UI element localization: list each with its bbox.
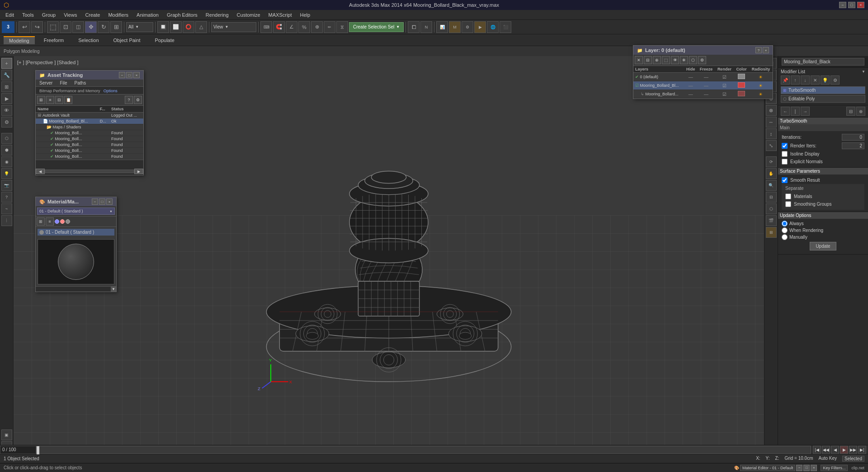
- object-name-input[interactable]: [782, 58, 864, 66]
- rotate-button[interactable]: ↻: [98, 21, 109, 33]
- menu-rendering[interactable]: Rendering: [202, 11, 232, 19]
- filter-dropdown[interactable]: All▼: [126, 22, 153, 32]
- col-color[interactable]: Color: [734, 66, 749, 73]
- left-icon-standard-prims[interactable]: ⬡: [1, 133, 12, 144]
- layer-tool-add[interactable]: ⊕: [653, 56, 661, 64]
- update-button[interactable]: Update: [810, 242, 836, 250]
- asset-panel-close[interactable]: ×: [133, 72, 140, 78]
- menu-help[interactable]: Help: [297, 11, 314, 19]
- asset-menu-paths[interactable]: Paths: [71, 80, 90, 86]
- asset-settings[interactable]: ⚙: [134, 96, 142, 104]
- render-frame-btn[interactable]: ▶: [474, 21, 486, 33]
- mod-nav-2[interactable]: |: [791, 107, 800, 116]
- timeline-slider[interactable]: [36, 446, 811, 454]
- mod-icon-move[interactable]: ↑: [791, 76, 800, 85]
- left-icon-hierarchy[interactable]: ⊞: [1, 81, 12, 92]
- left-icon-create[interactable]: +: [1, 58, 12, 69]
- snap-toggle-btn[interactable]: 🧲: [273, 21, 285, 33]
- minimize-button[interactable]: −: [839, 2, 846, 8]
- maximize-button[interactable]: □: [848, 2, 855, 8]
- right-icon-field-view[interactable]: 🎬: [766, 215, 777, 226]
- mat-taskbar-restore[interactable]: □: [803, 465, 810, 471]
- mod-icon-down[interactable]: ↓: [801, 76, 810, 85]
- col-freeze[interactable]: Freeze: [697, 66, 715, 73]
- menu-create[interactable]: Create: [81, 11, 104, 19]
- layer-tool-freeze[interactable]: ❄: [680, 56, 688, 64]
- modifier-editable-poly[interactable]: ⬡ Editable Poly: [781, 95, 865, 103]
- undo-button[interactable]: ↩: [19, 21, 30, 33]
- menu-edit[interactable]: Edit: [2, 11, 18, 19]
- material-item-01-default[interactable]: 01 - Default ( Standard ): [38, 229, 114, 236]
- layer-panel-title-bar[interactable]: 📁 Layer: 0 (default) ? ×: [633, 46, 773, 55]
- play-btn[interactable]: ▶: [840, 446, 848, 454]
- left-icon-display[interactable]: 👁: [1, 105, 12, 116]
- asset-tool-1[interactable]: ⊞: [37, 96, 45, 104]
- col-f[interactable]: F...: [98, 106, 109, 113]
- mod-nav-1[interactable]: ←: [781, 107, 790, 116]
- smooth-result-checkbox[interactable]: [782, 177, 788, 183]
- left-icon-utilities[interactable]: ⚙: [1, 117, 12, 127]
- material-dropdown[interactable]: 01 - Default ( Standard ) ▼: [37, 208, 115, 215]
- asset-panel-title-bar[interactable]: 📁 Asset Tracking − □ ×: [36, 71, 143, 80]
- layer-tool-render[interactable]: ⬡: [689, 56, 697, 64]
- layer-tool-hide[interactable]: 👁: [671, 56, 679, 64]
- mod-icon-settings[interactable]: ⚙: [830, 76, 840, 85]
- left-icon-shapes[interactable]: ◉: [1, 156, 12, 167]
- right-icon-zoom-ext[interactable]: ⊟: [766, 192, 777, 203]
- tab-freeform[interactable]: Freeform: [38, 37, 70, 44]
- right-icon-5[interactable]: ⊗: [766, 105, 777, 116]
- menu-group[interactable]: Group: [38, 11, 60, 19]
- view-dropdown[interactable]: View▼: [211, 22, 256, 32]
- create-selection-button[interactable]: Create Selection Sel ▼: [349, 22, 404, 32]
- always-radio[interactable]: [782, 221, 788, 227]
- mod-icon-pin[interactable]: 📌: [781, 76, 790, 85]
- material-taskbar-label[interactable]: Material Editor - 01 - Default: [740, 465, 796, 471]
- right-icon-zoom[interactable]: 🔍: [766, 180, 777, 191]
- asset-help[interactable]: ?: [125, 96, 133, 104]
- mirror-btn[interactable]: ⧖: [336, 21, 348, 33]
- menu-tools[interactable]: Tools: [19, 11, 38, 19]
- mat-scroll-area[interactable]: ▼: [36, 286, 116, 292]
- layer-tool-new[interactable]: ✕: [635, 56, 643, 64]
- percent-snap-btn[interactable]: %: [298, 21, 310, 33]
- mat-taskbar-close[interactable]: ×: [811, 465, 817, 471]
- asset-hscroll[interactable]: ◀ ▶: [36, 168, 143, 175]
- tab-selection[interactable]: Selection: [73, 37, 104, 44]
- asset-menu-file[interactable]: File: [56, 80, 71, 86]
- mat-taskbar-minimize[interactable]: −: [796, 465, 802, 471]
- layer-help[interactable]: ?: [755, 47, 762, 53]
- layer-tool-del[interactable]: ⊟: [644, 56, 652, 64]
- isoline-checkbox[interactable]: [782, 151, 788, 157]
- right-icon-8[interactable]: ⤡: [766, 140, 777, 151]
- right-icon-arc[interactable]: ⟳: [766, 156, 777, 167]
- mat-tool-1[interactable]: ⊞: [37, 217, 45, 226]
- mat-scroll-down[interactable]: ▼: [111, 287, 116, 292]
- left-icon-helpers[interactable]: ?: [1, 192, 12, 203]
- col-name[interactable]: Name: [36, 106, 98, 113]
- angle-snap-btn[interactable]: ∠: [286, 21, 297, 33]
- scroll-right[interactable]: ▶: [134, 169, 143, 174]
- asset-tool-4[interactable]: 📋: [64, 96, 72, 104]
- mod-nav-5[interactable]: ⊕: [856, 107, 865, 116]
- tab-object-paint[interactable]: Object Paint: [108, 37, 146, 44]
- scroll-track[interactable]: [45, 170, 134, 173]
- tab-populate[interactable]: Populate: [149, 37, 179, 44]
- col-hide[interactable]: Hide: [684, 66, 697, 73]
- layer-tool-settings[interactable]: ⚙: [698, 56, 706, 64]
- left-icon-ext-prims[interactable]: ⬢: [1, 145, 12, 156]
- select-move-button[interactable]: ✥: [85, 21, 97, 33]
- layer-color-swatch[interactable]: [738, 82, 745, 88]
- next-frame-btn[interactable]: ▶|: [858, 446, 866, 454]
- fence-sel-button[interactable]: △: [195, 21, 207, 33]
- render-setup-btn[interactable]: ⚙: [462, 21, 473, 33]
- left-icon-systems[interactable]: ⋮: [1, 215, 12, 226]
- left-icon-cameras[interactable]: 📷: [1, 180, 12, 191]
- mod-icon-light[interactable]: 💡: [821, 76, 830, 85]
- col-status[interactable]: Status: [109, 106, 143, 113]
- scroll-left[interactable]: ◀: [36, 169, 45, 174]
- render-iters-checkbox[interactable]: [782, 143, 788, 149]
- right-icon-maximize-vp[interactable]: ⊞: [766, 227, 777, 238]
- select-by-name-button[interactable]: 🔲: [157, 21, 169, 33]
- scale-button[interactable]: ⊞: [110, 21, 122, 33]
- rect-sel-button[interactable]: ⬜: [170, 21, 182, 33]
